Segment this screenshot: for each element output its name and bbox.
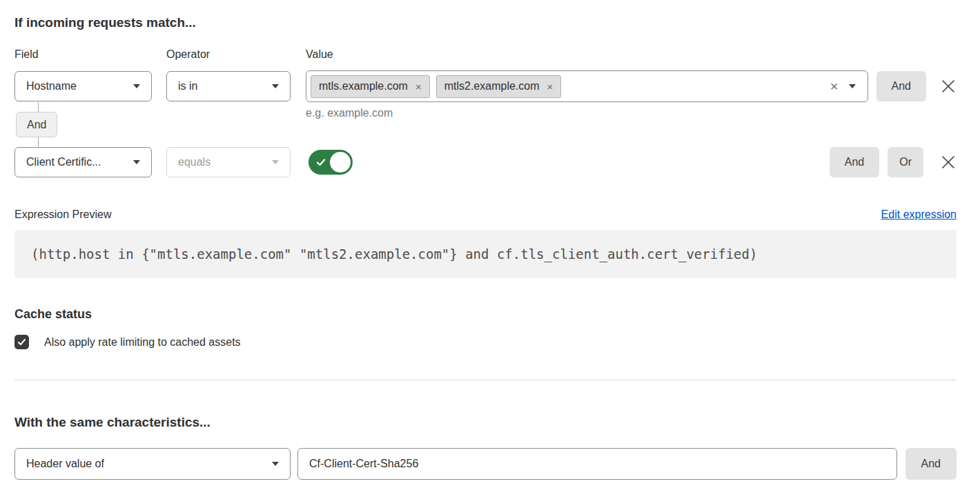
section-divider xyxy=(14,380,957,380)
and-button-row2[interactable]: And xyxy=(830,147,879,177)
connector-line xyxy=(38,137,39,147)
field-select-value: Client Certific... xyxy=(26,156,101,168)
value-tag-label: mtls2.example.com xyxy=(444,80,540,92)
field-select-value: Hostname xyxy=(26,80,77,92)
chevron-down-icon xyxy=(272,462,279,466)
cache-checkbox-row: Also apply rate limiting to cached asset… xyxy=(14,335,957,349)
operator-select-disabled: equals xyxy=(166,147,291,177)
remove-condition-button[interactable] xyxy=(940,154,957,170)
expression-code: (http.host in {"mtls.example.com" "mtls2… xyxy=(14,230,957,278)
header-name-input[interactable] xyxy=(297,448,897,480)
field-select[interactable]: Client Certific... xyxy=(14,147,152,177)
chevron-down-icon xyxy=(133,160,140,164)
toggle-knob xyxy=(330,152,351,173)
close-icon xyxy=(941,155,956,170)
cache-status-section: Cache status Also apply rate limiting to… xyxy=(14,307,957,349)
expression-preview-header: Expression Preview Edit expression xyxy=(14,208,957,221)
remove-condition-button[interactable] xyxy=(940,78,957,95)
check-icon xyxy=(315,157,326,168)
and-connector-button[interactable]: And xyxy=(16,112,57,137)
check-icon xyxy=(17,338,26,347)
operator-label: Operator xyxy=(166,48,306,61)
value-tag: mtls.example.com × xyxy=(311,75,430,98)
operator-select[interactable]: is in xyxy=(166,71,291,101)
and-characteristic-button[interactable]: And xyxy=(905,448,957,480)
value-label: Value xyxy=(306,48,957,61)
cert-verified-toggle[interactable] xyxy=(308,150,353,175)
field-labels-row: Field Operator Value xyxy=(14,48,957,61)
rule-builder: If incoming requests match... Field Oper… xyxy=(0,0,980,480)
characteristics-title: With the same characteristics... xyxy=(14,415,957,429)
cached-assets-checkbox-label: Also apply rate limiting to cached asset… xyxy=(44,335,241,349)
cache-status-title: Cache status xyxy=(14,307,957,321)
and-button-row1[interactable]: And xyxy=(876,71,926,101)
remove-tag-icon[interactable]: × xyxy=(415,81,422,92)
operator-select-value: equals xyxy=(178,156,210,168)
field-label: Field xyxy=(14,48,166,61)
value-tag: mtls2.example.com × xyxy=(436,75,562,98)
cached-assets-checkbox[interactable] xyxy=(14,335,29,349)
characteristics-section: With the same characteristics... Header … xyxy=(14,415,957,480)
remove-tag-icon[interactable]: × xyxy=(547,81,553,92)
chevron-down-icon[interactable] xyxy=(849,84,856,88)
connector-row: And e.g. example.com xyxy=(14,102,957,147)
chevron-down-icon xyxy=(272,160,279,164)
chevron-down-icon xyxy=(272,84,279,88)
or-button-row2[interactable]: Or xyxy=(888,147,923,177)
condition-row-1: Hostname is in mtls.example.com × mtls2.… xyxy=(14,70,957,102)
row2-buttons: And Or xyxy=(830,147,957,177)
operator-select-value: is in xyxy=(178,80,197,92)
value-helper-text: e.g. example.com xyxy=(306,107,393,119)
connector-line xyxy=(38,102,39,112)
chevron-down-icon xyxy=(133,84,140,88)
expression-preview-label: Expression Preview xyxy=(14,208,112,221)
characteristic-select[interactable]: Header value of xyxy=(14,448,291,480)
value-multiselect[interactable]: mtls.example.com × mtls2.example.com × × xyxy=(306,70,868,102)
value-tag-label: mtls.example.com xyxy=(319,80,408,92)
characteristics-row: Header value of And xyxy=(14,448,957,480)
field-select[interactable]: Hostname xyxy=(14,71,152,101)
condition-row-2: Client Certific... equals And Or xyxy=(14,147,957,177)
expression-preview-section: Expression Preview Edit expression (http… xyxy=(14,208,957,278)
match-section-title: If incoming requests match... xyxy=(14,15,957,30)
characteristic-select-value: Header value of xyxy=(26,458,104,470)
clear-values-icon[interactable]: × xyxy=(830,79,839,93)
close-icon xyxy=(941,79,956,94)
edit-expression-link[interactable]: Edit expression xyxy=(881,208,957,221)
